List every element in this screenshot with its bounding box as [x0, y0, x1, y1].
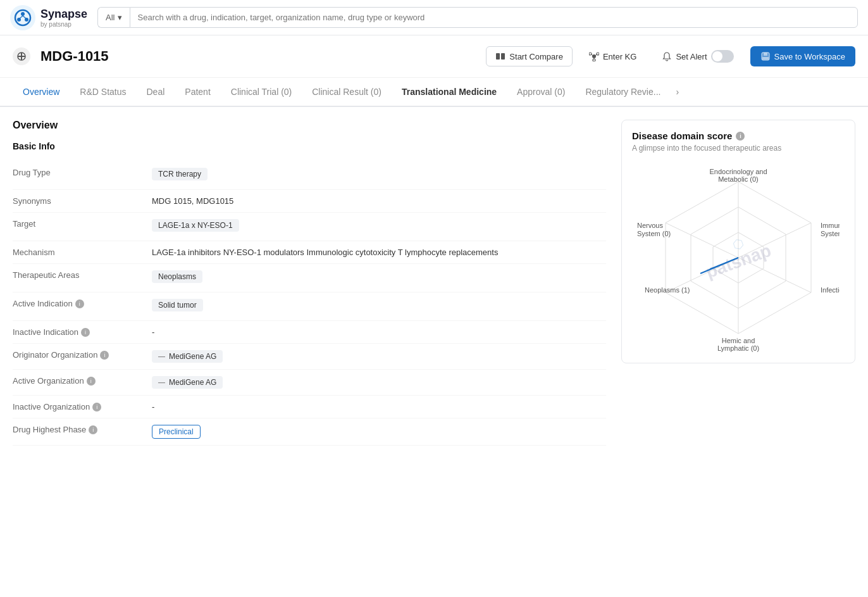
- svg-text:Metabolic (0): Metabolic (0): [718, 175, 759, 183]
- logo-area: Synapse by patsnap: [10, 5, 87, 30]
- radar-svg: patsnap ⬡ Endocrinology and Metabolic (0…: [637, 163, 840, 353]
- disease-domain-panel: Disease domain score i A glimpse into th…: [621, 120, 855, 363]
- tabs-more-icon[interactable]: ›: [671, 78, 684, 106]
- svg-rect-19: [762, 57, 769, 60]
- enter-kg-label: Enter KG: [603, 52, 636, 61]
- tab-deal[interactable]: Deal: [137, 78, 175, 107]
- info-icon-active-org[interactable]: i: [87, 377, 96, 386]
- value-target: LAGE-1a x NY-ESO-1: [152, 219, 606, 234]
- tab-clinical-result[interactable]: Clinical Result (0): [302, 78, 392, 107]
- svg-rect-8: [496, 53, 500, 60]
- svg-point-11: [589, 53, 592, 55]
- value-mechanism: LAGE-1a inhibitors NY-ESO-1 modulators I…: [152, 248, 606, 257]
- section-title-overview: Overview: [13, 120, 606, 131]
- header: Synapse by patsnap All ▾: [0, 0, 868, 35]
- tab-translational-medicine[interactable]: Translational Medicine: [392, 78, 507, 107]
- tab-rd-status[interactable]: R&D Status: [70, 78, 136, 107]
- compare-icon: [495, 51, 505, 61]
- info-row-therapeutic-areas: Therapeutic Areas Neoplasms: [13, 264, 606, 292]
- info-row-mechanism: Mechanism LAGE-1a inhibitors NY-ESO-1 mo…: [13, 241, 606, 264]
- content-area: Overview Basic Info Drug Type TCR therap…: [0, 107, 868, 458]
- title-bar: MDG-1015 Start Compare Enter KG: [0, 35, 868, 78]
- info-row-inactive-org: Inactive Organization i -: [13, 396, 606, 418]
- svg-point-13: [593, 59, 595, 61]
- svg-point-12: [597, 53, 599, 55]
- subsection-title-basic-info: Basic Info: [13, 141, 606, 151]
- svg-text:Lymphatic (0): Lymphatic (0): [717, 344, 759, 352]
- tag-tcr-therapy: TCR therapy: [152, 168, 208, 180]
- info-icon-inactive-indication[interactable]: i: [81, 328, 90, 337]
- info-icon-inactive-org[interactable]: i: [92, 403, 101, 412]
- info-row-target: Target LAGE-1a x NY-ESO-1: [13, 213, 606, 241]
- svg-text:Endocrinology and: Endocrinology and: [709, 168, 767, 175]
- svg-point-10: [592, 54, 596, 58]
- info-icon-drug-highest-phase[interactable]: i: [89, 425, 97, 434]
- tabs-nav: Overview R&D Status Deal Patent Clinical…: [0, 78, 868, 107]
- svg-point-2: [21, 12, 25, 16]
- value-active-org: — MediGene AG: [152, 376, 606, 389]
- logo-by-label: by patsnap: [40, 21, 87, 28]
- org-tag-active: — MediGene AG: [152, 376, 223, 389]
- svg-text:Hemic and: Hemic and: [722, 337, 755, 344]
- save-icon: [760, 51, 771, 61]
- value-synonyms: MDG 1015, MDG1015: [152, 196, 606, 206]
- info-row-synonyms: Synonyms MDG 1015, MDG1015: [13, 190, 606, 213]
- compare-label: Start Compare: [509, 52, 563, 61]
- info-icon-active-indication[interactable]: i: [75, 299, 84, 308]
- info-row-inactive-indication: Inactive Indication i -: [13, 321, 606, 344]
- search-input[interactable]: [130, 7, 859, 28]
- info-row-originator-org: Originator Organization i — MediGene AG: [13, 344, 606, 370]
- label-inactive-indication: Inactive Indication i: [13, 327, 152, 337]
- info-row-active-indication: Active Indication i Solid tumor: [13, 292, 606, 321]
- value-originator-org: — MediGene AG: [152, 350, 606, 363]
- value-inactive-indication: -: [152, 327, 606, 337]
- label-inactive-org: Inactive Organization i: [13, 402, 152, 412]
- tab-approval[interactable]: Approval (0): [507, 78, 575, 107]
- enter-kg-button[interactable]: Enter KG: [580, 47, 645, 66]
- tab-clinical-trial[interactable]: Clinical Trial (0): [221, 78, 302, 107]
- tag-neoplasms: Neoplasms: [152, 270, 202, 283]
- info-row-active-org: Active Organization i — MediGene AG: [13, 370, 606, 396]
- search-category-selector[interactable]: All ▾: [97, 7, 129, 28]
- info-icon-originator-org[interactable]: i: [100, 351, 109, 360]
- svg-text:System (0): System (0): [637, 230, 671, 237]
- value-active-indication: Solid tumor: [152, 299, 606, 314]
- chevron-down-icon: ▾: [118, 13, 122, 22]
- tag-solid-tumor: Solid tumor: [152, 299, 203, 311]
- label-therapeutic-areas: Therapeutic Areas: [13, 270, 152, 280]
- tag-target: LAGE-1a x NY-ESO-1: [152, 219, 239, 232]
- tab-overview[interactable]: Overview: [13, 78, 70, 107]
- svg-rect-18: [764, 53, 767, 56]
- tag-preclinical: Preclinical: [152, 425, 201, 439]
- drug-icon: [13, 47, 30, 65]
- org-tag-originator: — MediGene AG: [152, 350, 223, 363]
- svg-text:System (0): System (0): [821, 230, 840, 237]
- svg-text:Immune: Immune: [821, 222, 840, 229]
- tab-regulatory-review[interactable]: Regulatory Revie...: [575, 78, 671, 107]
- synapse-logo-icon: [10, 5, 35, 30]
- drug-title: MDG-1015: [40, 48, 476, 65]
- search-area: All ▾: [97, 7, 858, 28]
- info-row-drug-type: Drug Type TCR therapy: [13, 161, 606, 190]
- svg-text:Infectious (0): Infectious (0): [821, 286, 840, 294]
- radar-chart: patsnap ⬡ Endocrinology and Metabolic (0…: [637, 163, 840, 353]
- alert-toggle[interactable]: [711, 50, 734, 63]
- start-compare-button[interactable]: Start Compare: [486, 46, 573, 66]
- logo-synapse-label: Synapse: [40, 8, 87, 21]
- title-actions: Start Compare Enter KG Set Alert: [486, 46, 855, 67]
- value-drug-highest-phase: Preclinical: [152, 425, 606, 439]
- label-drug-highest-phase: Drug Highest Phase i: [13, 425, 152, 434]
- disease-domain-subtitle: A glimpse into the focused therapeutic a…: [632, 144, 845, 153]
- svg-text:Neoplasms (1): Neoplasms (1): [645, 286, 690, 294]
- svg-line-15: [595, 54, 597, 56]
- value-inactive-org: -: [152, 402, 606, 412]
- svg-rect-9: [501, 53, 505, 60]
- svg-text:Nervous: Nervous: [637, 222, 663, 229]
- tab-patent[interactable]: Patent: [175, 78, 220, 107]
- save-to-workspace-button[interactable]: Save to Workspace: [750, 46, 855, 66]
- info-icon-disease-domain[interactable]: i: [736, 132, 745, 141]
- svg-point-0: [10, 5, 35, 30]
- label-drug-type: Drug Type: [13, 168, 152, 177]
- label-target: Target: [13, 219, 152, 229]
- label-active-org: Active Organization i: [13, 376, 152, 386]
